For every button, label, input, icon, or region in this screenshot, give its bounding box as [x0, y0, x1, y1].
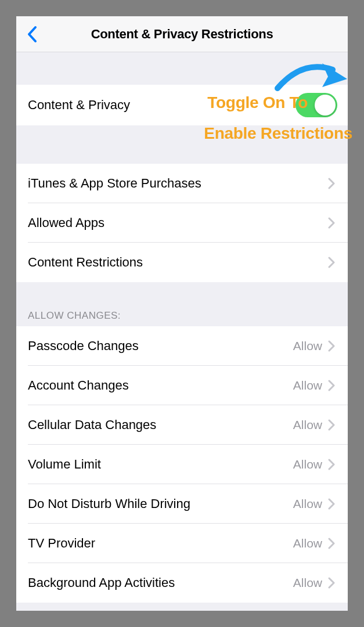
row-value: Allow — [293, 418, 322, 432]
row-label: Allowed Apps — [28, 215, 327, 230]
chevron-right-icon — [327, 177, 336, 190]
row-label: Background App Activities — [28, 575, 293, 590]
chevron-right-icon — [327, 458, 336, 471]
row-value: Allow — [293, 339, 322, 353]
row-label: TV Provider — [28, 536, 293, 551]
section-header-allow-changes: ALLOW CHANGES: — [16, 282, 348, 326]
row-passcode-changes[interactable]: Passcode Changes Allow — [16, 326, 348, 366]
row-value: Allow — [293, 379, 322, 392]
section-gap — [16, 125, 348, 164]
row-label: Content Restrictions — [28, 255, 327, 270]
spacer — [16, 52, 348, 85]
row-dnd-driving[interactable]: Do Not Disturb While Driving Allow — [16, 484, 348, 524]
toggle-knob — [315, 95, 336, 116]
row-label: Volume Limit — [28, 457, 293, 472]
chevron-right-icon — [327, 340, 336, 352]
row-label: Account Changes — [28, 378, 293, 393]
row-content-restrictions[interactable]: Content Restrictions — [16, 243, 348, 282]
chevron-right-icon — [327, 537, 336, 550]
chevron-right-icon — [327, 379, 336, 392]
row-value: Allow — [293, 536, 322, 550]
row-value: Allow — [293, 457, 322, 471]
row-label: Cellular Data Changes — [28, 417, 293, 433]
row-value: Allow — [293, 497, 322, 511]
row-value: Allow — [293, 576, 322, 590]
chevron-left-icon — [27, 26, 37, 43]
row-cellular-data-changes[interactable]: Cellular Data Changes Allow — [16, 405, 348, 445]
back-button[interactable] — [23, 24, 41, 44]
row-itunes-purchases[interactable]: iTunes & App Store Purchases — [16, 164, 348, 203]
chevron-right-icon — [327, 419, 336, 431]
row-volume-limit[interactable]: Volume Limit Allow — [16, 445, 348, 484]
chevron-right-icon — [327, 256, 336, 269]
row-label: Passcode Changes — [28, 338, 293, 354]
row-account-changes[interactable]: Account Changes Allow — [16, 366, 348, 405]
row-tv-provider[interactable]: TV Provider Allow — [16, 524, 348, 563]
toggle-label: Content & Privacy — [28, 98, 336, 113]
page-title: Content & Privacy Restrictions — [16, 27, 348, 42]
chevron-right-icon — [327, 217, 336, 229]
row-label: Do Not Disturb While Driving — [28, 496, 293, 511]
content-privacy-toggle[interactable] — [295, 93, 337, 117]
row-background-app-activities[interactable]: Background App Activities Allow — [16, 563, 348, 603]
chevron-right-icon — [327, 498, 336, 510]
nav-bar: Content & Privacy Restrictions — [16, 16, 348, 52]
content-privacy-toggle-row[interactable]: Content & Privacy — [16, 85, 348, 125]
settings-screen: Content & Privacy Restrictions Content &… — [16, 16, 348, 611]
row-label: iTunes & App Store Purchases — [28, 176, 327, 191]
chevron-right-icon — [327, 576, 336, 589]
row-allowed-apps[interactable]: Allowed Apps — [16, 203, 348, 243]
